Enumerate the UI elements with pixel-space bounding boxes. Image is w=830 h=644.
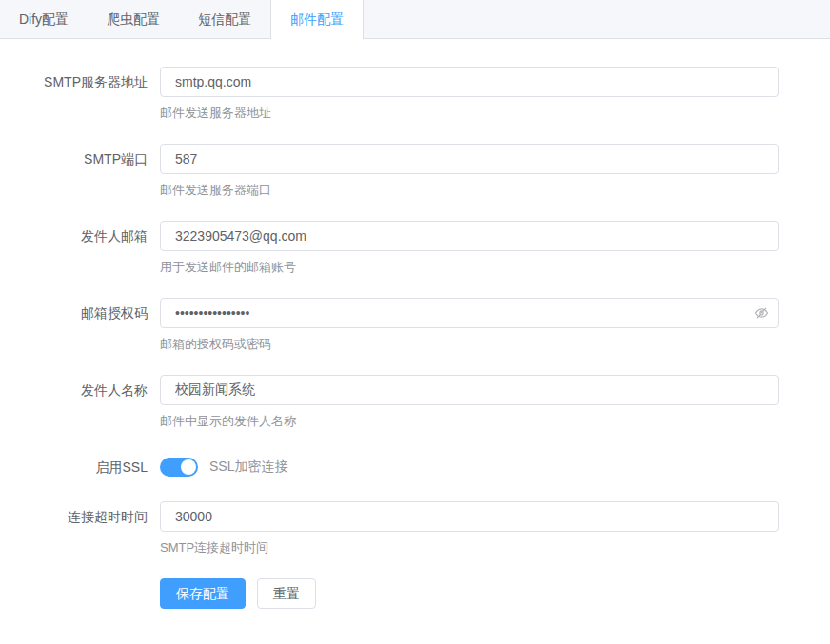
smtp-port-input[interactable]: [160, 144, 779, 174]
smtp-host-input[interactable]: [160, 67, 779, 97]
sender-name-hint: 邮件中显示的发件人名称: [160, 413, 779, 430]
auth-code-label: 邮箱授权码: [0, 298, 160, 353]
sender-email-hint: 用于发送邮件的邮箱账号: [160, 259, 779, 276]
eye-hidden-icon[interactable]: [754, 305, 769, 321]
tab-mail-config[interactable]: 邮件配置: [270, 0, 364, 39]
smtp-port-hint: 邮件发送服务器端口: [160, 182, 779, 199]
smtp-host-label: SMTP服务器地址: [0, 67, 160, 122]
enable-ssl-label: 启用SSL: [0, 452, 160, 482]
auth-code-input[interactable]: [160, 298, 779, 328]
form-item-auth-code: 邮箱授权码 邮箱的授权码或密码: [0, 298, 830, 353]
tab-crawler-config[interactable]: 爬虫配置: [88, 0, 179, 39]
timeout-input[interactable]: [160, 501, 779, 532]
smtp-port-label: SMTP端口: [0, 144, 160, 199]
reset-button[interactable]: 重置: [257, 578, 316, 609]
form-item-sender-name: 发件人名称 邮件中显示的发件人名称: [0, 375, 830, 430]
timeout-label: 连接超时时间: [0, 501, 160, 556]
mail-config-form: SMTP服务器地址 邮件发送服务器地址 SMTP端口 邮件发送服务器端口 发件人…: [0, 39, 830, 609]
form-item-timeout: 连接超时时间 SMTP连接超时时间: [0, 501, 830, 556]
sender-email-label: 发件人邮箱: [0, 221, 160, 276]
sender-name-label: 发件人名称: [0, 375, 160, 430]
sender-name-input[interactable]: [160, 375, 779, 405]
tab-dify-config[interactable]: Dify配置: [0, 0, 88, 39]
ssl-toggle-knob: [181, 459, 196, 475]
save-config-button[interactable]: 保存配置: [160, 578, 246, 609]
smtp-host-hint: 邮件发送服务器地址: [160, 105, 779, 122]
form-item-smtp-host: SMTP服务器地址 邮件发送服务器地址: [0, 67, 830, 122]
form-item-enable-ssl: 启用SSL SSL加密连接: [0, 452, 830, 482]
form-item-smtp-port: SMTP端口 邮件发送服务器端口: [0, 144, 830, 199]
ssl-toggle-description: SSL加密连接: [209, 459, 287, 476]
ssl-toggle[interactable]: [160, 458, 198, 477]
config-tabs: Dify配置 爬虫配置 短信配置 邮件配置: [0, 0, 830, 39]
auth-code-hint: 邮箱的授权码或密码: [160, 336, 779, 353]
form-item-sender-email: 发件人邮箱 用于发送邮件的邮箱账号: [0, 221, 830, 276]
sender-email-input[interactable]: [160, 221, 779, 251]
tab-sms-config[interactable]: 短信配置: [179, 0, 270, 39]
timeout-hint: SMTP连接超时时间: [160, 539, 779, 556]
form-actions: 保存配置 重置: [160, 578, 830, 609]
